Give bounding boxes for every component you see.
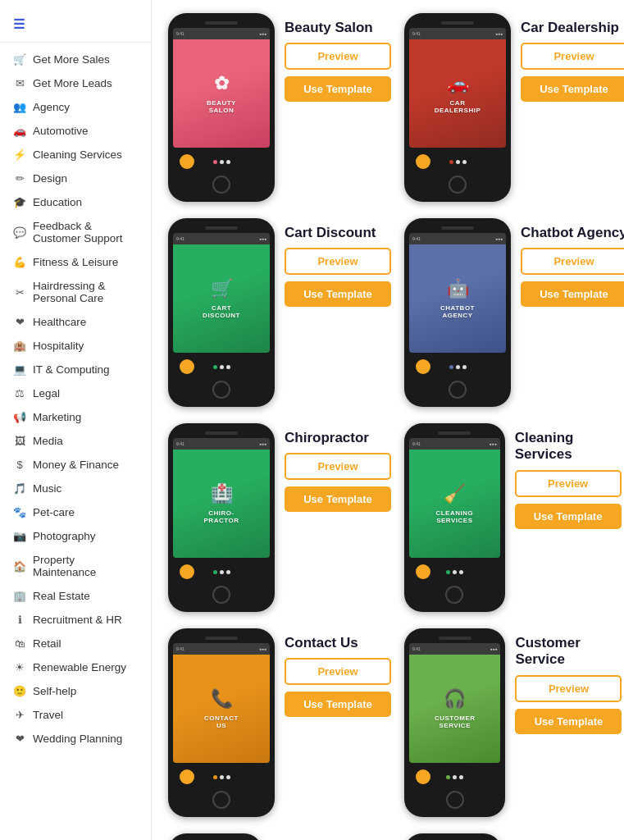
phone-screen-contact-us: 9:41 ●●● 📞 CONTACT US [173,643,270,763]
phone-screen-body-chatbot-agency: 🤖 CHATBOT AGENCY [409,244,506,353]
sidebar-item-legal[interactable]: ⚖ Legal [0,381,151,405]
use-template-button-chiropractor[interactable]: Use Template [285,486,391,512]
sidebar-icon-money-finance: $ [13,459,26,471]
card-details-chiropractor: Chiropractor Preview Use Template [285,423,391,512]
sidebar-icon-recruitment: ℹ [13,614,26,626]
sidebar-icon-media: 🖼 [13,435,26,447]
sidebar-item-get-more-leads[interactable]: ✉ Get More Leads [0,71,151,95]
sidebar-item-it-computing[interactable]: 💻 IT & Computing [0,358,151,381]
use-template-button-cart-discount[interactable]: Use Template [285,281,391,307]
sidebar-item-travel[interactable]: ✈ Travel [0,703,151,727]
sidebar-item-recruitment[interactable]: ℹ Recruitment & HR [0,608,151,632]
template-screen-label-customer-service: CUSTOMER SERVICE [435,714,476,729]
use-template-button-customer-service[interactable]: Use Template [515,709,622,734]
phone-mockup-customer-service: 9:41 ●●● 🎧 CUSTOMER SERVICE [404,628,505,817]
phone-dot-1 [449,365,453,369]
use-template-button-beauty-salon[interactable]: Use Template [285,76,391,102]
use-template-button-car-dealership[interactable]: Use Template [521,76,624,102]
use-template-button-contact-us[interactable]: Use Template [285,692,391,717]
sidebar-item-healthcare[interactable]: ❤ Healthcare [0,310,151,334]
sidebar-icon-get-more-sales: 🛒 [13,53,26,66]
phone-dot-2 [456,365,460,369]
sidebar-item-design[interactable]: ✏ Design [0,167,151,190]
phone-avatar-chatbot-agency [416,359,430,374]
sidebar-label-legal: Legal [33,387,60,399]
sidebar-label-get-more-leads: Get More Leads [33,77,112,89]
preview-button-car-dealership[interactable]: Preview [521,43,624,70]
preview-button-contact-us[interactable]: Preview [285,658,391,685]
sidebar-icon-hospitality: 🏨 [13,340,26,352]
sidebar-icon-agency: 👥 [13,101,26,113]
phone-screen-header-cart-discount: 9:41 ●●● [173,233,270,244]
phone-mockup-beauty-salon: 9:41 ●●● ✿ BEAUTY SALON [168,13,275,202]
sidebar-item-property[interactable]: 🏠 Property Maintenance [0,548,151,584]
sidebar-label-get-more-sales: Get More Sales [33,53,110,66]
preview-button-cart-discount[interactable]: Preview [285,248,391,275]
sidebar-all[interactable]: ☰ [0,8,151,43]
phone-bottom-chiropractor [173,561,270,582]
sidebar-item-money-finance[interactable]: $ Money & Finance [0,453,151,477]
sidebar-item-renewable[interactable]: ☀ Renewable Energy [0,655,151,679]
sidebar-label-self-help: Self-help [33,685,76,697]
sidebar-item-feedback[interactable]: 💬 Feedback & Customer Support [0,214,151,250]
sidebar-item-hairdressing[interactable]: ✂ Hairdressing & Personal Care [0,274,151,310]
sidebar-label-cleaning-services: Cleaning Services [33,148,122,161]
phone-bottom-car-dealership [409,151,506,172]
sidebar-label-feedback: Feedback & Customer Support [33,220,138,244]
sidebar-item-get-more-sales[interactable]: 🛒 Get More Sales [0,48,151,71]
phone-home-button-contact-us [212,791,230,809]
sidebar-item-automotive[interactable]: 🚗 Automotive [0,119,151,143]
sidebar-item-music[interactable]: 🎵 Music [0,477,151,500]
phone-mockup-cleaning-services: 9:41 ●●● 🧹 CLEANING SERVICES [404,423,505,612]
phone-dot-1 [446,570,450,574]
sidebar-label-healthcare: Healthcare [33,316,86,328]
preview-button-chatbot-agency[interactable]: Preview [521,248,624,275]
sidebar-label-music: Music [33,482,61,495]
phone-screen-chatbot-agency: 9:41 ●●● 🤖 CHATBOT AGENCY [409,233,506,353]
sidebar-item-education[interactable]: 🎓 Education [0,190,151,214]
sidebar-item-marketing[interactable]: 📢 Marketing [0,405,151,429]
phone-dots-cart-discount [213,365,230,369]
preview-button-beauty-salon[interactable]: Preview [285,43,391,70]
sidebar-label-real-estate: Real Estate [33,590,90,602]
phone-avatar-chiropractor [180,564,194,579]
sidebar-item-retail[interactable]: 🛍 Retail [0,632,151,655]
template-screen-label-chatbot-agency: CHATBOT AGENCY [440,304,475,319]
sidebar-item-cleaning-services[interactable]: ⚡ Cleaning Services [0,143,151,167]
use-template-button-chatbot-agency[interactable]: Use Template [521,281,624,307]
templates-grid: 9:41 ●●● ✿ BEAUTY SALON [168,13,608,840]
preview-button-chiropractor[interactable]: Preview [285,453,391,480]
sidebar-item-fitness[interactable]: 💪 Fitness & Leisure [0,250,151,274]
card-details-contact-us: Contact Us Preview Use Template [285,628,391,717]
sidebar-item-hospitality[interactable]: 🏨 Hospitality [0,334,151,358]
sidebar-item-media[interactable]: 🖼 Media [0,429,151,453]
sidebar-item-self-help[interactable]: 🙂 Self-help [0,679,151,703]
phone-screen-body-contact-us: 📞 CONTACT US [173,655,270,763]
sidebar-label-agency: Agency [33,101,70,113]
sidebar-label-design: Design [33,172,67,185]
phone-home-button-chiropractor [212,586,230,604]
sidebar-item-pet-care[interactable]: 🐾 Pet-care [0,500,151,524]
sidebar-item-photography[interactable]: 📷 Photography [0,524,151,548]
sidebar-icon-self-help: 🙂 [13,685,26,697]
phone-home-button-chatbot-agency [449,381,467,399]
phone-screen-header-customer-service: 9:41 ●●● [409,643,500,655]
phone-mockup-dentist-appointment: 9:41 ●●● 🦷 DENTIST APPT [168,833,262,840]
template-title-cart-discount: Cart Discount [285,225,391,241]
preview-button-cleaning-services[interactable]: Preview [515,470,622,497]
sidebar-item-agency[interactable]: 👥 Agency [0,95,151,119]
sidebar-item-wedding[interactable]: ❤ Wedding Planning [0,727,151,751]
phone-avatar-beauty-salon [180,154,194,169]
template-card-chiropractor: 9:41 ●●● 🏥 CHIRO- PRACTOR [168,423,391,612]
phone-screen-body-customer-service: 🎧 CUSTOMER SERVICE [409,655,500,763]
sidebar-icon-legal: ⚖ [13,387,26,399]
phone-home-button-cleaning-services [445,586,463,604]
template-wrapper-contact-us: 9:41 ●●● 📞 CONTACT US [168,628,391,817]
sidebar-icon-fitness: 💪 [13,256,26,268]
sidebar-label-recruitment: Recruitment & HR [33,614,122,626]
sidebar-item-real-estate[interactable]: 🏢 Real Estate [0,584,151,608]
use-template-button-cleaning-services[interactable]: Use Template [515,504,622,529]
template-title-car-dealership: Car Dealership [521,20,624,36]
preview-button-customer-service[interactable]: Preview [515,675,622,702]
sidebar-icon-cleaning-services: ⚡ [13,148,26,161]
